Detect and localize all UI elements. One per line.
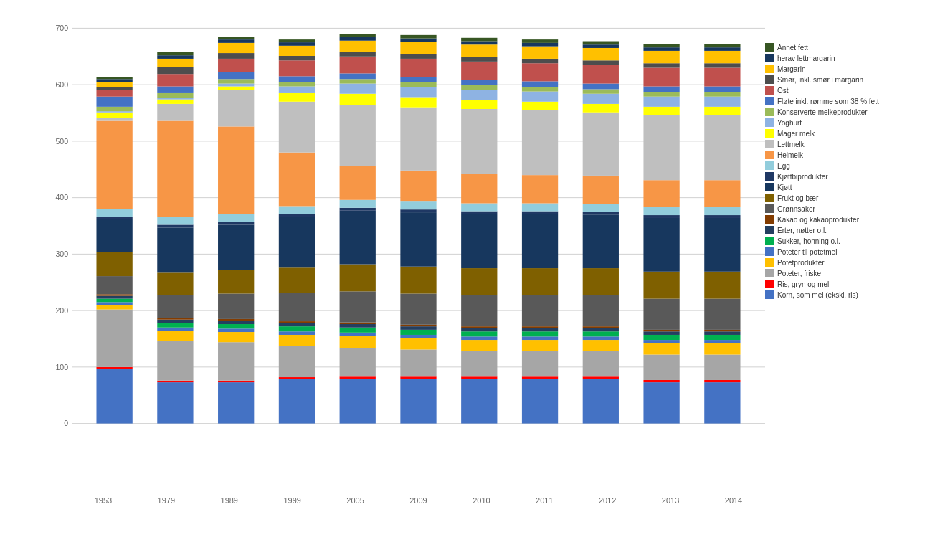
svg-text:500: 500 bbox=[55, 137, 68, 146]
bar-segment bbox=[157, 295, 193, 318]
bar-segment bbox=[279, 214, 315, 217]
bar-segment bbox=[643, 331, 679, 335]
bar-segment bbox=[96, 97, 132, 107]
bar-segment bbox=[218, 79, 254, 83]
legend-color bbox=[765, 43, 774, 52]
x-label: 1953 bbox=[95, 496, 112, 505]
bar-segment bbox=[400, 82, 436, 87]
bar-segment bbox=[583, 376, 619, 379]
bar-segment bbox=[96, 305, 132, 309]
bar-segment bbox=[461, 80, 497, 85]
bar-segment bbox=[643, 63, 679, 67]
x-label: 1999 bbox=[283, 496, 300, 505]
legend-label: Kakao og kakaoprodukter bbox=[777, 216, 859, 224]
legend-item: Margarin bbox=[765, 65, 916, 73]
svg-text:400: 400 bbox=[55, 193, 68, 201]
bar-segment bbox=[400, 42, 436, 54]
legend-item: Frukt og bær bbox=[765, 194, 916, 202]
legend-item: Helmelk bbox=[765, 151, 916, 159]
bar-segment bbox=[522, 43, 558, 47]
bar-segment bbox=[643, 330, 679, 331]
legend-item: Fløte inkl. rømme som 38 % fett bbox=[765, 97, 916, 105]
bar-segment bbox=[218, 43, 254, 53]
bar-segment bbox=[218, 381, 254, 382]
bar-segment bbox=[400, 293, 436, 324]
bar-segment bbox=[400, 326, 436, 330]
bar-segment bbox=[522, 175, 558, 203]
bar-segment bbox=[583, 336, 619, 340]
x-label: 2009 bbox=[409, 496, 427, 505]
legend-item: Kjøtt bbox=[765, 183, 916, 191]
legend-item: herav lettmargarin bbox=[765, 54, 916, 62]
legend-item: Smør, inkl. smør i margarin bbox=[765, 75, 916, 84]
svg-text:600: 600 bbox=[55, 80, 68, 89]
svg-text:700: 700 bbox=[55, 24, 68, 32]
bar-segment bbox=[340, 200, 376, 208]
legend-item: Konserverte melkeprodukter bbox=[765, 108, 916, 116]
bar-segment bbox=[340, 94, 376, 105]
legend-label: Erter, nøtter o.l. bbox=[777, 227, 827, 234]
bar-segment bbox=[157, 217, 193, 224]
bar-segment bbox=[279, 46, 315, 56]
bar-segment bbox=[218, 59, 254, 72]
bar-segment bbox=[218, 84, 254, 87]
bar-segment bbox=[461, 204, 497, 212]
bar-segment bbox=[643, 44, 679, 47]
bar-segment bbox=[522, 295, 558, 326]
bar-segment bbox=[643, 47, 679, 51]
bar-segment bbox=[643, 355, 679, 380]
legend-item: Korn, som mel (ekskl. ris) bbox=[765, 290, 916, 299]
legend-label: Mager melk bbox=[777, 130, 815, 138]
bar-segment bbox=[157, 104, 193, 121]
bar-segment bbox=[157, 74, 193, 86]
bar-segment bbox=[218, 126, 254, 214]
bar-segment bbox=[583, 328, 619, 332]
bar-segment bbox=[643, 180, 679, 207]
bar-segment bbox=[96, 77, 132, 79]
bar-segment bbox=[96, 367, 132, 369]
bar-segment bbox=[340, 328, 376, 333]
legend-label: Helmelk bbox=[777, 151, 803, 159]
bar-segment bbox=[704, 330, 740, 331]
bar-segment bbox=[157, 93, 193, 98]
legend-item: Poteter, friske bbox=[765, 269, 916, 277]
bar-segment bbox=[96, 302, 132, 305]
bar-segment bbox=[279, 76, 315, 82]
bar-segment bbox=[461, 109, 497, 174]
legend-color bbox=[765, 183, 774, 191]
bar-segment bbox=[279, 331, 315, 335]
bar-segment bbox=[218, 87, 254, 90]
bar-segment bbox=[157, 67, 193, 74]
legend-label: Potetprodukter bbox=[777, 259, 825, 267]
bar-segment bbox=[279, 323, 315, 326]
bar-segment bbox=[279, 93, 315, 102]
bar-segment bbox=[583, 351, 619, 376]
bar-segment bbox=[400, 108, 436, 171]
legend-color bbox=[765, 258, 774, 267]
bar-segment bbox=[583, 42, 619, 45]
legend-label: Annet fett bbox=[777, 44, 808, 52]
bar-segment bbox=[400, 54, 436, 59]
bar-segment bbox=[643, 380, 679, 382]
bar-segment bbox=[157, 320, 193, 323]
legend-color bbox=[765, 86, 774, 95]
bar-segment bbox=[461, 174, 497, 204]
bar-segment bbox=[157, 98, 193, 99]
bar-segment bbox=[218, 319, 254, 321]
bar-segment bbox=[522, 102, 558, 110]
bar-segment bbox=[340, 348, 376, 376]
bar-segment bbox=[704, 87, 740, 92]
legend-item: Sukker, honning o.l. bbox=[765, 237, 916, 245]
bar-segment bbox=[704, 44, 740, 47]
bar-segment bbox=[704, 382, 740, 423]
legend-label: herav lettmargarin bbox=[777, 54, 835, 62]
legend-color bbox=[765, 54, 774, 62]
bar-segment bbox=[279, 102, 315, 153]
bar-segment bbox=[522, 331, 558, 336]
legend-color bbox=[765, 151, 774, 159]
legend-item: Egg bbox=[765, 161, 916, 170]
bar-segment bbox=[157, 331, 193, 341]
bar-segment bbox=[461, 44, 497, 57]
bar-segment bbox=[157, 100, 193, 104]
legend-label: Sukker, honning o.l. bbox=[777, 237, 840, 245]
